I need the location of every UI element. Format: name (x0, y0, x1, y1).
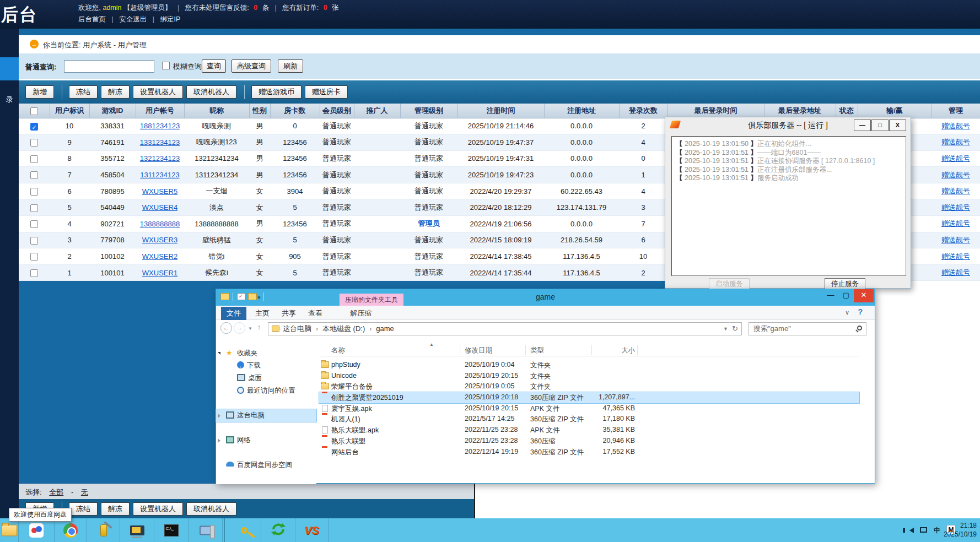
left-nav-active-item[interactable] (0, 57, 19, 80)
toolbar-button-设置机器人[interactable]: 设置机器人 (133, 85, 183, 99)
file-row[interactable]: 寰宇互娱.apk2025/10/19 20:15APK 文件47,365 KB (319, 403, 859, 414)
refresh-button[interactable]: 刷新 (278, 59, 303, 73)
query-button[interactable]: 查询 (202, 59, 226, 73)
account-link[interactable]: 1311234123 (140, 171, 179, 179)
gift-account-link[interactable]: 赠送靓号 (941, 236, 970, 244)
file-row[interactable]: 网站后台2022/12/14 19:19360压缩 ZIP 文件17,552 K… (319, 447, 859, 458)
account-link[interactable]: 1331234123 (140, 138, 180, 147)
taskbar-icon-toolbox[interactable] (87, 518, 120, 542)
select-all-checkbox[interactable] (30, 107, 38, 115)
gift-account-link[interactable]: 赠送靓号 (941, 154, 970, 162)
taskbar-icon-cmd[interactable]: C:\_ (154, 518, 189, 542)
account-link[interactable]: WXUSER3 (142, 236, 177, 244)
gift-account-link[interactable]: 赠送靓号 (941, 268, 970, 277)
column-size[interactable]: 大小 (596, 346, 635, 355)
taskbar-icon-key-tool[interactable] (227, 518, 261, 542)
gift-account-link[interactable]: 赠送靓号 (941, 171, 970, 179)
ribbon-collapse-icon[interactable]: ∨ (845, 309, 849, 316)
network-icon[interactable] (920, 527, 927, 533)
sidebar-item-这台电脑[interactable]: 这台电脑 (216, 409, 316, 422)
collapsed-arrow-icon[interactable] (218, 414, 220, 418)
tab-file[interactable]: 文件 (221, 307, 246, 320)
sidebar-item-下载[interactable]: 下载 (216, 359, 316, 372)
help-icon[interactable]: ? (858, 307, 863, 316)
maximize-button[interactable]: ▢ (838, 289, 854, 302)
sidebar-item-桌面[interactable]: 桌面 (216, 372, 316, 384)
gift-account-link[interactable]: 赠送靓号 (941, 219, 970, 227)
account-link[interactable]: 1388888888 (140, 220, 180, 228)
file-row[interactable]: 机器人(1)2021/5/17 14:25360压缩 ZIP 文件17,180 … (319, 414, 859, 425)
file-row[interactable]: Unicode2025/10/19 20:15文件夹 (319, 371, 859, 382)
link-bind-ip[interactable]: 绑定IP (160, 15, 180, 23)
taskbar-icon-chrome[interactable] (55, 518, 87, 542)
column-date-modified[interactable]: 修改日期 (465, 346, 492, 355)
volume-icon[interactable] (909, 528, 914, 533)
file-row[interactable]: 熟乐大联盟.apk2022/11/25 23:28APK 文件35,381 KB (319, 425, 859, 436)
input-method-indicator[interactable]: 中 (934, 526, 940, 535)
up-button[interactable]: ↑ (254, 323, 265, 334)
crumb-game[interactable]: game (376, 324, 394, 333)
address-bar[interactable]: 这台电脑›本地磁盘 (D:)›game ▼ ↻ (268, 322, 742, 335)
tab-view[interactable]: 查看 (303, 307, 327, 320)
maximize-button[interactable]: □ (871, 120, 889, 131)
link-safe-logout[interactable]: 安全退出 (119, 15, 147, 23)
account-link[interactable]: WXUSER1 (142, 269, 177, 277)
file-row[interactable]: 荣耀平台备份2025/10/19 0:05文件夹 (319, 381, 859, 392)
row-checkbox[interactable] (30, 269, 38, 277)
query-input[interactable] (64, 60, 154, 73)
row-checkbox[interactable] (30, 204, 38, 212)
close-button[interactable]: ✕ (854, 289, 874, 302)
column-name[interactable]: 名称 (331, 346, 345, 355)
account-link[interactable]: WXUSER5 (142, 187, 177, 196)
minimize-button[interactable]: — (823, 289, 838, 302)
crumb-drive-d[interactable]: 本地磁盘 (D:) (322, 324, 365, 333)
footer-button-取消机器人[interactable]: 取消机器人 (186, 502, 236, 516)
sidebar-item-网络[interactable]: 网络 (216, 434, 316, 447)
history-dropdown-icon[interactable]: ▼ (248, 326, 252, 331)
row-checkbox[interactable] (30, 220, 38, 228)
minimize-button[interactable]: — (854, 120, 871, 131)
account-link[interactable]: 1321234123 (140, 154, 180, 162)
column-divider[interactable] (525, 345, 526, 355)
stop-service-button[interactable]: 停止服务 (825, 278, 865, 290)
fuzzy-query-checkbox[interactable] (162, 62, 170, 69)
footer-button-冻结[interactable]: 冻结 (69, 502, 98, 516)
file-row[interactable]: 创胜之聚贤堂202510192025/10/19 20:18360压缩 ZIP … (319, 392, 859, 403)
select-all-link[interactable]: 全部 (49, 488, 63, 496)
column-divider[interactable] (591, 345, 592, 355)
toolbar-button-新增[interactable]: 新增 (25, 85, 54, 99)
column-divider[interactable] (637, 345, 638, 355)
row-checkbox[interactable] (30, 237, 38, 245)
file-row[interactable]: phpStudy2025/10/19 0:04文件夹 (319, 360, 859, 371)
tab-home[interactable]: 主页 (250, 307, 274, 320)
gift-account-link[interactable]: 赠送靓号 (941, 252, 970, 261)
club-window-titlebar[interactable]: 俱乐部服务器 -- [ 运行 ] — □ X (665, 117, 911, 133)
close-button[interactable]: X (889, 120, 906, 131)
column-divider[interactable] (460, 345, 460, 355)
expanded-arrow-icon[interactable] (218, 352, 220, 355)
tab-extract[interactable]: 解压缩 (342, 307, 380, 320)
gift-account-link[interactable]: 赠送靓号 (941, 187, 970, 195)
taskbar-icon-explorer-folder[interactable] (0, 518, 19, 542)
taskbar-icon-baidu-netdisk[interactable] (19, 518, 55, 542)
taskbar-icon-sync-tool[interactable] (261, 518, 295, 542)
refresh-icon[interactable]: ↻ (732, 323, 738, 335)
address-dropdown-icon[interactable]: ▼ (723, 323, 728, 335)
column-type[interactable]: 类型 (530, 346, 544, 355)
row-checkbox[interactable] (30, 253, 38, 261)
gift-account-link[interactable]: 赠送靓号 (941, 122, 970, 130)
back-button[interactable]: ← (220, 322, 232, 334)
row-checkbox[interactable] (30, 171, 38, 179)
crumb-this-pc[interactable]: 这台电脑 (283, 324, 311, 333)
sidebar-item-百度网盘同步空间[interactable]: 百度网盘同步空间 (216, 459, 316, 471)
gift-account-link[interactable]: 赠送靓号 (941, 203, 970, 212)
gift-account-link[interactable]: 赠送靓号 (941, 138, 970, 146)
file-row[interactable]: 熟乐大联盟2022/11/25 23:28360压缩20,946 KB (319, 436, 859, 447)
account-link[interactable]: WXUSER2 (142, 252, 177, 261)
advanced-query-button[interactable]: 高级查询 (231, 59, 271, 73)
search-icon[interactable] (857, 326, 862, 330)
toolbar-button-赠送游戏币[interactable]: 赠送游戏币 (251, 85, 301, 99)
collapsed-arrow-icon[interactable] (218, 438, 220, 443)
row-checkbox[interactable] (30, 139, 38, 147)
toolbar-button-解冻[interactable]: 解冻 (101, 85, 130, 99)
